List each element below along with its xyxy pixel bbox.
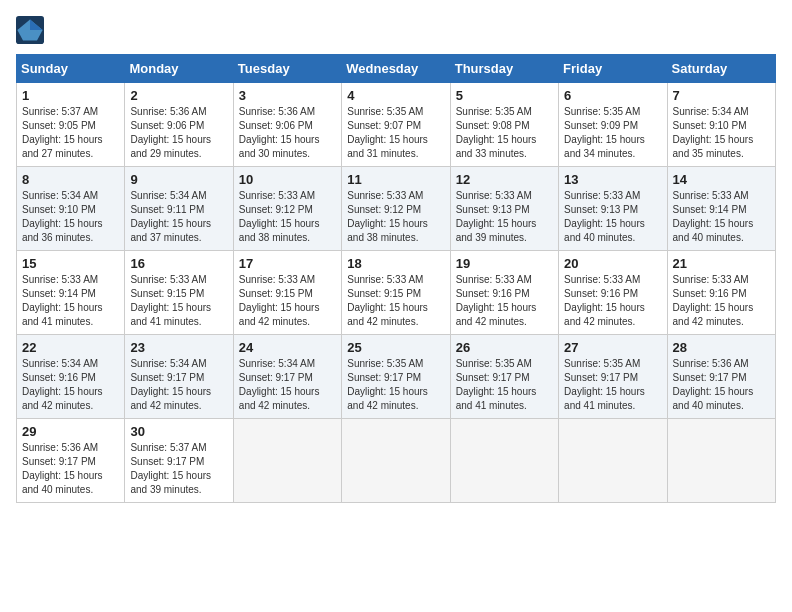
calendar-cell: 15Sunrise: 5:33 AMSunset: 9:14 PMDayligh… xyxy=(17,251,125,335)
day-number: 19 xyxy=(456,256,553,271)
cell-info: Sunrise: 5:33 AMSunset: 9:12 PMDaylight:… xyxy=(347,189,444,245)
header-day-wednesday: Wednesday xyxy=(342,55,450,83)
cell-info: Sunrise: 5:37 AMSunset: 9:05 PMDaylight:… xyxy=(22,105,119,161)
day-number: 18 xyxy=(347,256,444,271)
calendar-cell: 29Sunrise: 5:36 AMSunset: 9:17 PMDayligh… xyxy=(17,419,125,503)
day-number: 26 xyxy=(456,340,553,355)
cell-info: Sunrise: 5:37 AMSunset: 9:17 PMDaylight:… xyxy=(130,441,227,497)
day-number: 23 xyxy=(130,340,227,355)
cell-info: Sunrise: 5:34 AMSunset: 9:11 PMDaylight:… xyxy=(130,189,227,245)
calendar-cell: 6Sunrise: 5:35 AMSunset: 9:09 PMDaylight… xyxy=(559,83,667,167)
calendar-cell: 26Sunrise: 5:35 AMSunset: 9:17 PMDayligh… xyxy=(450,335,558,419)
day-number: 8 xyxy=(22,172,119,187)
calendar-cell: 1Sunrise: 5:37 AMSunset: 9:05 PMDaylight… xyxy=(17,83,125,167)
cell-info: Sunrise: 5:33 AMSunset: 9:16 PMDaylight:… xyxy=(673,273,770,329)
cell-info: Sunrise: 5:33 AMSunset: 9:13 PMDaylight:… xyxy=(456,189,553,245)
calendar-cell: 20Sunrise: 5:33 AMSunset: 9:16 PMDayligh… xyxy=(559,251,667,335)
cell-info: Sunrise: 5:34 AMSunset: 9:10 PMDaylight:… xyxy=(673,105,770,161)
calendar-cell: 23Sunrise: 5:34 AMSunset: 9:17 PMDayligh… xyxy=(125,335,233,419)
cell-info: Sunrise: 5:35 AMSunset: 9:09 PMDaylight:… xyxy=(564,105,661,161)
calendar-cell xyxy=(559,419,667,503)
calendar-cell: 14Sunrise: 5:33 AMSunset: 9:14 PMDayligh… xyxy=(667,167,775,251)
cell-info: Sunrise: 5:33 AMSunset: 9:13 PMDaylight:… xyxy=(564,189,661,245)
cell-info: Sunrise: 5:33 AMSunset: 9:14 PMDaylight:… xyxy=(22,273,119,329)
week-row-4: 22Sunrise: 5:34 AMSunset: 9:16 PMDayligh… xyxy=(17,335,776,419)
calendar-cell: 5Sunrise: 5:35 AMSunset: 9:08 PMDaylight… xyxy=(450,83,558,167)
day-number: 27 xyxy=(564,340,661,355)
calendar-cell: 24Sunrise: 5:34 AMSunset: 9:17 PMDayligh… xyxy=(233,335,341,419)
week-row-2: 8Sunrise: 5:34 AMSunset: 9:10 PMDaylight… xyxy=(17,167,776,251)
calendar-cell: 28Sunrise: 5:36 AMSunset: 9:17 PMDayligh… xyxy=(667,335,775,419)
cell-info: Sunrise: 5:35 AMSunset: 9:17 PMDaylight:… xyxy=(347,357,444,413)
calendar-cell: 2Sunrise: 5:36 AMSunset: 9:06 PMDaylight… xyxy=(125,83,233,167)
cell-info: Sunrise: 5:36 AMSunset: 9:06 PMDaylight:… xyxy=(239,105,336,161)
week-row-1: 1Sunrise: 5:37 AMSunset: 9:05 PMDaylight… xyxy=(17,83,776,167)
cell-info: Sunrise: 5:35 AMSunset: 9:08 PMDaylight:… xyxy=(456,105,553,161)
day-number: 25 xyxy=(347,340,444,355)
cell-info: Sunrise: 5:34 AMSunset: 9:10 PMDaylight:… xyxy=(22,189,119,245)
day-number: 28 xyxy=(673,340,770,355)
cell-info: Sunrise: 5:35 AMSunset: 9:17 PMDaylight:… xyxy=(564,357,661,413)
day-number: 2 xyxy=(130,88,227,103)
week-row-5: 29Sunrise: 5:36 AMSunset: 9:17 PMDayligh… xyxy=(17,419,776,503)
day-number: 10 xyxy=(239,172,336,187)
day-number: 16 xyxy=(130,256,227,271)
header-day-sunday: Sunday xyxy=(17,55,125,83)
day-number: 3 xyxy=(239,88,336,103)
calendar-cell: 17Sunrise: 5:33 AMSunset: 9:15 PMDayligh… xyxy=(233,251,341,335)
calendar-table: SundayMondayTuesdayWednesdayThursdayFrid… xyxy=(16,54,776,503)
cell-info: Sunrise: 5:35 AMSunset: 9:17 PMDaylight:… xyxy=(456,357,553,413)
header-day-friday: Friday xyxy=(559,55,667,83)
header xyxy=(16,16,776,44)
day-number: 20 xyxy=(564,256,661,271)
calendar-cell xyxy=(667,419,775,503)
day-number: 4 xyxy=(347,88,444,103)
cell-info: Sunrise: 5:33 AMSunset: 9:15 PMDaylight:… xyxy=(239,273,336,329)
header-day-monday: Monday xyxy=(125,55,233,83)
day-number: 6 xyxy=(564,88,661,103)
calendar-cell: 11Sunrise: 5:33 AMSunset: 9:12 PMDayligh… xyxy=(342,167,450,251)
cell-info: Sunrise: 5:34 AMSunset: 9:16 PMDaylight:… xyxy=(22,357,119,413)
day-number: 13 xyxy=(564,172,661,187)
calendar-cell xyxy=(233,419,341,503)
week-row-3: 15Sunrise: 5:33 AMSunset: 9:14 PMDayligh… xyxy=(17,251,776,335)
day-number: 22 xyxy=(22,340,119,355)
day-number: 14 xyxy=(673,172,770,187)
calendar-cell: 30Sunrise: 5:37 AMSunset: 9:17 PMDayligh… xyxy=(125,419,233,503)
calendar-cell: 4Sunrise: 5:35 AMSunset: 9:07 PMDaylight… xyxy=(342,83,450,167)
header-day-saturday: Saturday xyxy=(667,55,775,83)
calendar-cell: 3Sunrise: 5:36 AMSunset: 9:06 PMDaylight… xyxy=(233,83,341,167)
day-number: 30 xyxy=(130,424,227,439)
cell-info: Sunrise: 5:34 AMSunset: 9:17 PMDaylight:… xyxy=(130,357,227,413)
calendar-cell: 22Sunrise: 5:34 AMSunset: 9:16 PMDayligh… xyxy=(17,335,125,419)
calendar-cell: 12Sunrise: 5:33 AMSunset: 9:13 PMDayligh… xyxy=(450,167,558,251)
cell-info: Sunrise: 5:36 AMSunset: 9:17 PMDaylight:… xyxy=(673,357,770,413)
day-number: 9 xyxy=(130,172,227,187)
day-number: 24 xyxy=(239,340,336,355)
cell-info: Sunrise: 5:33 AMSunset: 9:16 PMDaylight:… xyxy=(456,273,553,329)
day-number: 12 xyxy=(456,172,553,187)
cell-info: Sunrise: 5:33 AMSunset: 9:14 PMDaylight:… xyxy=(673,189,770,245)
day-number: 17 xyxy=(239,256,336,271)
cell-info: Sunrise: 5:36 AMSunset: 9:06 PMDaylight:… xyxy=(130,105,227,161)
calendar-cell: 21Sunrise: 5:33 AMSunset: 9:16 PMDayligh… xyxy=(667,251,775,335)
calendar-cell: 18Sunrise: 5:33 AMSunset: 9:15 PMDayligh… xyxy=(342,251,450,335)
cell-info: Sunrise: 5:33 AMSunset: 9:12 PMDaylight:… xyxy=(239,189,336,245)
calendar-cell: 10Sunrise: 5:33 AMSunset: 9:12 PMDayligh… xyxy=(233,167,341,251)
day-number: 1 xyxy=(22,88,119,103)
day-number: 5 xyxy=(456,88,553,103)
calendar-cell xyxy=(450,419,558,503)
day-number: 29 xyxy=(22,424,119,439)
cell-info: Sunrise: 5:36 AMSunset: 9:17 PMDaylight:… xyxy=(22,441,119,497)
day-number: 11 xyxy=(347,172,444,187)
cell-info: Sunrise: 5:33 AMSunset: 9:15 PMDaylight:… xyxy=(130,273,227,329)
calendar-cell: 19Sunrise: 5:33 AMSunset: 9:16 PMDayligh… xyxy=(450,251,558,335)
day-number: 7 xyxy=(673,88,770,103)
cell-info: Sunrise: 5:33 AMSunset: 9:15 PMDaylight:… xyxy=(347,273,444,329)
logo-icon xyxy=(16,16,44,44)
calendar-cell: 7Sunrise: 5:34 AMSunset: 9:10 PMDaylight… xyxy=(667,83,775,167)
calendar-cell: 8Sunrise: 5:34 AMSunset: 9:10 PMDaylight… xyxy=(17,167,125,251)
cell-info: Sunrise: 5:34 AMSunset: 9:17 PMDaylight:… xyxy=(239,357,336,413)
logo xyxy=(16,16,48,44)
day-number: 21 xyxy=(673,256,770,271)
